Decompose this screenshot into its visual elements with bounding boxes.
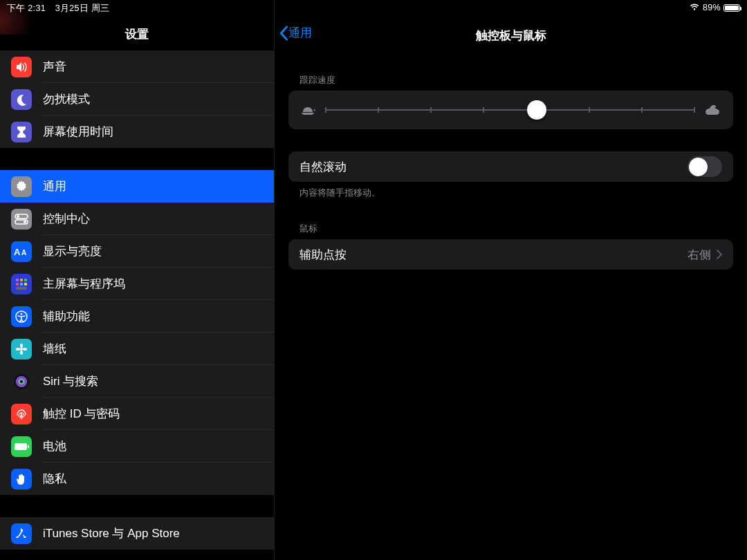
svg-rect-7 <box>20 279 23 281</box>
svg-rect-10 <box>20 283 23 286</box>
battery-icon <box>723 4 740 12</box>
sidebar-item-label: iTunes Store 与 App Store <box>43 525 180 541</box>
svg-rect-24 <box>15 443 27 450</box>
sidebar-item-battery[interactable]: 电池 <box>0 430 274 463</box>
svg-point-1 <box>17 215 19 218</box>
siri-icon <box>11 371 32 392</box>
slider-thumb[interactable] <box>527 100 546 120</box>
sidebar-item-accessibility[interactable]: 辅助功能 <box>0 300 274 333</box>
sidebar-item-dnd[interactable]: 勿扰模式 <box>0 83 274 115</box>
sidebar-item-label: 隐私 <box>43 471 66 487</box>
svg-point-16 <box>20 344 23 348</box>
tracking-speed-label: 跟踪速度 <box>288 74 733 86</box>
sidebar-item-screen-time[interactable]: 屏幕使用时间 <box>0 115 274 148</box>
status-right: 89% <box>689 3 740 12</box>
svg-text:A: A <box>21 249 26 256</box>
svg-rect-12 <box>16 287 27 290</box>
settings-sidebar: 设置 声音勿扰模式屏幕使用时间通用控制中心AA显示与亮度主屏幕与程序坞辅助功能墙… <box>0 0 275 560</box>
svg-rect-9 <box>16 283 19 286</box>
sidebar-item-wallpaper[interactable]: 墙纸 <box>0 333 274 365</box>
mouse-section-label: 鼠标 <box>288 223 733 235</box>
secondary-click-row[interactable]: 辅助点按 右侧 <box>299 239 722 270</box>
sidebar-item-label: 电池 <box>43 438 66 454</box>
svg-text:A: A <box>14 247 21 257</box>
detail-pane: 通用 触控板与鼠标 跟踪速度 <box>275 0 747 560</box>
turtle-icon <box>299 104 316 116</box>
sidebar-item-display[interactable]: AA显示与亮度 <box>0 235 274 268</box>
hourglass-icon <box>11 122 32 142</box>
switches-icon <box>11 209 32 230</box>
sidebar-item-appstore[interactable]: iTunes Store 与 App Store <box>0 517 274 550</box>
natural-scroll-toggle[interactable] <box>688 156 722 177</box>
aa-icon: AA <box>11 241 32 262</box>
sidebar-item-label: 屏幕使用时间 <box>43 124 113 140</box>
sidebar-item-privacy[interactable]: 隐私 <box>0 463 274 495</box>
flower-icon <box>11 339 32 360</box>
natural-scroll-footer: 内容将随手指移动。 <box>288 182 733 199</box>
natural-scroll-label: 自然滚动 <box>299 159 347 175</box>
gear-icon <box>11 176 32 197</box>
tracking-speed-card <box>288 91 733 129</box>
appstore-icon <box>11 523 32 544</box>
access-icon <box>11 306 32 327</box>
svg-point-3 <box>24 221 26 223</box>
svg-point-17 <box>20 351 23 355</box>
speaker-icon <box>11 57 32 77</box>
mouse-card: 辅助点按 右侧 <box>288 239 733 270</box>
status-bar: 下午 2:31 3月25日 周三 89% <box>0 0 747 17</box>
sidebar-item-sound[interactable]: 声音 <box>0 50 274 83</box>
secondary-click-value: 右侧 <box>688 247 711 263</box>
svg-point-14 <box>21 312 23 315</box>
svg-rect-11 <box>24 283 27 286</box>
status-date: 3月25日 周三 <box>55 3 110 13</box>
secondary-click-label: 辅助点按 <box>299 247 347 263</box>
natural-scroll-row[interactable]: 自然滚动 <box>299 151 722 182</box>
sidebar-item-label: 墙纸 <box>43 341 66 357</box>
svg-rect-8 <box>24 279 27 281</box>
tracking-speed-slider[interactable] <box>299 91 722 129</box>
sidebar-item-general[interactable]: 通用 <box>0 170 274 203</box>
sidebar-item-touchid[interactable]: 触控 ID 与密码 <box>0 398 274 430</box>
rabbit-icon <box>704 104 722 116</box>
svg-rect-6 <box>16 279 19 281</box>
sidebar-item-siri[interactable]: Siri 与搜索 <box>0 365 274 398</box>
svg-rect-25 <box>28 445 29 448</box>
detail-title: 触控板与鼠标 <box>275 28 747 44</box>
status-time: 下午 2:31 <box>7 3 46 13</box>
svg-point-15 <box>20 348 23 351</box>
grid-icon <box>11 274 32 295</box>
sidebar-item-label: 勿扰模式 <box>43 91 90 107</box>
battery-percent: 89% <box>703 3 721 12</box>
sidebar-item-label: 辅助功能 <box>43 308 90 324</box>
sidebar-title: 设置 <box>125 28 149 41</box>
battery-icon <box>11 436 32 457</box>
hand-icon <box>11 469 32 489</box>
svg-point-18 <box>16 348 20 351</box>
sidebar-item-label: 通用 <box>43 178 66 194</box>
sidebar-item-label: 声音 <box>43 59 66 75</box>
sidebar-item-label: Siri 与搜索 <box>43 373 98 389</box>
status-left: 下午 2:31 3月25日 周三 <box>7 3 116 15</box>
fingerprint-icon <box>11 404 32 424</box>
sidebar-item-label: 控制中心 <box>43 211 90 227</box>
sidebar-item-label: 显示与亮度 <box>43 243 102 259</box>
moon-icon <box>11 89 32 110</box>
sidebar-item-label: 触控 ID 与密码 <box>43 406 120 422</box>
wifi-icon <box>689 3 700 12</box>
sidebar-item-home[interactable]: 主屏幕与程序坞 <box>0 268 274 300</box>
svg-point-19 <box>23 348 27 351</box>
sidebar-item-label: 主屏幕与程序坞 <box>43 276 125 292</box>
sidebar-item-control[interactable]: 控制中心 <box>0 203 274 235</box>
chevron-right-icon <box>717 250 722 259</box>
natural-scroll-card: 自然滚动 <box>288 151 733 182</box>
